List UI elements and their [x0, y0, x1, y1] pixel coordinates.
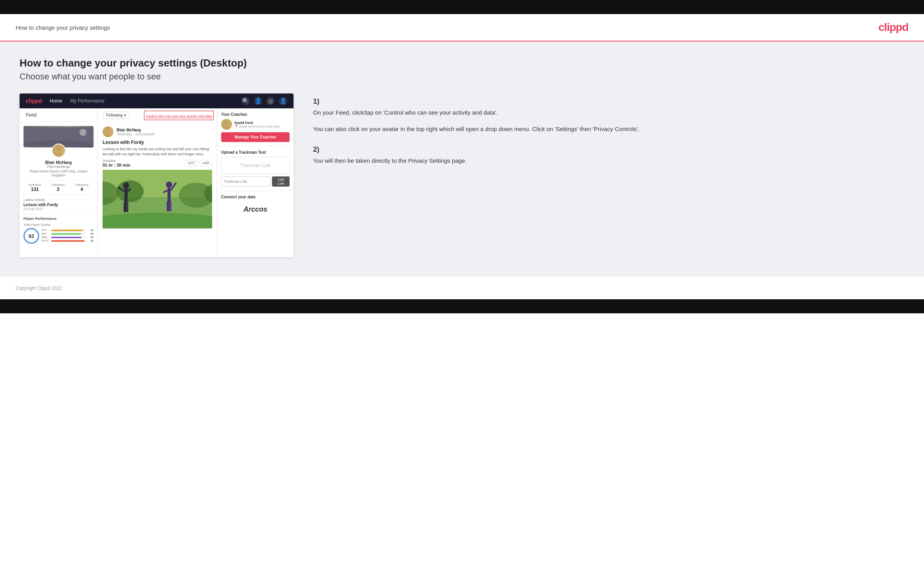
step2-number: 2) [313, 146, 904, 154]
add-link-button[interactable]: Add Link [272, 176, 290, 187]
control-link-wrap: Control who can see your activity and da… [146, 112, 212, 119]
page-heading: How to change your privacy settings (Des… [20, 57, 904, 69]
bar-label: ARG [41, 236, 50, 239]
svg-point-6 [105, 133, 111, 137]
activity-card: Blair McHarg Yesterday · Sunningdale Les… [98, 122, 217, 232]
arccos-logo: Arccos [221, 201, 290, 217]
bar-fill [51, 237, 81, 238]
bar-fill [51, 233, 81, 235]
quality-bars: OTT90APP85ARG86PUTT96 [41, 229, 94, 243]
coaches-title: Your Coaches [221, 112, 290, 117]
app-right-panel: Your Coaches David Ford [217, 108, 294, 257]
tag-row: OTT APP [186, 160, 212, 166]
app-nav-logo: clippd [26, 98, 42, 104]
avatar-icon[interactable]: 👤 [279, 97, 287, 105]
step1-number: 1) [313, 97, 904, 106]
profile-avatar [52, 144, 66, 158]
copyright-text: Copyright Clippd 2022 [16, 286, 62, 291]
top-bar [0, 0, 924, 14]
connect-section: Connect your data Arccos [217, 191, 294, 221]
svg-point-13 [103, 213, 212, 228]
coach-club: 📍 Royal North Devon Golf Club [234, 125, 279, 128]
activity-user-time: Yesterday · Sunningdale [117, 132, 155, 136]
coach-name: David Ford [234, 121, 279, 125]
svg-point-20 [166, 182, 172, 188]
stat-following-label: Following [75, 183, 88, 187]
stat-activities: Activities 131 [29, 183, 41, 192]
instruction-1: 1) On your Feed, click/tap on 'Control w… [313, 97, 904, 134]
stat-following: Following 4 [75, 183, 88, 192]
svg-rect-18 [124, 202, 126, 212]
coach-item: David Ford 📍 Royal North Devon Golf Club [221, 119, 290, 130]
quality-bar-row: ARG86 [41, 236, 94, 239]
app-mockup: clippd Home My Performance 🔍 👤 ◎ 👤 Feed [20, 93, 294, 257]
svg-point-26 [225, 121, 229, 125]
latest-activity-date: 03 Aug 2022 [23, 207, 94, 211]
chevron-down-icon: ▾ [124, 113, 126, 117]
duration-value: 01 hr : 30 min [103, 163, 130, 167]
bar-value: 96 [87, 239, 94, 242]
coach-club-text: Royal North Devon Golf Club [239, 125, 279, 128]
profile-name: Blair McHarg [23, 160, 94, 165]
svg-point-27 [223, 126, 230, 129]
svg-rect-19 [126, 202, 128, 212]
feed-header: Following ▾ Control who can see your act… [98, 108, 217, 122]
trackman-input[interactable] [221, 176, 270, 187]
step2-text: You will then be taken directly to the P… [313, 156, 904, 165]
profile-card: Blair McHarg Plus Handicap Royal North D… [20, 122, 97, 248]
manage-coaches-button[interactable]: Manage Your Coaches [221, 132, 290, 142]
quality-row: 92 OTT90APP85ARG86PUTT96 [23, 228, 94, 244]
bottom-bar [0, 299, 924, 313]
tag-app: APP [200, 160, 212, 166]
quality-bar-row: PUTT96 [41, 239, 94, 242]
coach-info: David Ford 📍 Royal North Devon Golf Club [234, 121, 279, 128]
step1-extra: You can also click on your avatar in the… [313, 124, 904, 134]
profile-club: Royal North Devon Golf Club, United King… [23, 169, 94, 177]
header-title: How to change your privacy settings [16, 24, 110, 31]
activity-avatar [103, 126, 113, 137]
feed-tab[interactable]: Feed [20, 108, 97, 122]
bar-label: PUTT [41, 239, 50, 242]
bar-track [51, 230, 86, 231]
duration-info: Duration 01 hr : 30 min [103, 159, 130, 167]
instructions-panel: 1) On your Feed, click/tap on 'Control w… [305, 93, 904, 177]
stat-followers-label: Followers [51, 183, 65, 187]
profile-stats: Activities 131 Followers 3 Following 4 [23, 180, 94, 195]
search-icon[interactable]: 🔍 [241, 97, 250, 105]
duration-row: Duration 01 hr : 30 min OTT APP [103, 159, 212, 167]
coaches-section: Your Coaches David Ford [217, 108, 294, 146]
stat-activities-label: Activities [29, 183, 41, 187]
following-label: Following [106, 113, 122, 117]
app-nav: clippd Home My Performance 🔍 👤 ◎ 👤 [20, 93, 294, 108]
control-privacy-link[interactable]: Control who can see your activity and da… [146, 114, 212, 118]
coach-avatar [221, 119, 232, 130]
quality-label: Total Player Quality [23, 223, 94, 226]
app-feed: Following ▾ Control who can see your act… [98, 108, 217, 257]
bar-label: OTT [41, 229, 50, 232]
svg-point-3 [56, 147, 61, 151]
nav-home[interactable]: Home [50, 98, 62, 104]
activity-user-name: Blair McHarg [117, 128, 155, 132]
following-button[interactable]: Following ▾ [103, 111, 130, 119]
svg-point-10 [116, 180, 144, 202]
footer: Copyright Clippd 2022 [0, 277, 924, 299]
svg-rect-24 [167, 201, 169, 211]
profile-icon[interactable]: 👤 [254, 97, 262, 105]
header: How to change your privacy settings clip… [0, 14, 924, 41]
bar-track [51, 237, 86, 238]
nav-my-performance[interactable]: My Performance [70, 98, 104, 104]
trackman-input-row: Add Link [221, 176, 290, 187]
instruction-2: 2) You will then be taken directly to th… [313, 146, 904, 165]
activity-image [103, 170, 212, 228]
svg-rect-25 [169, 201, 171, 211]
player-performance: Player Performance Total Player Quality … [23, 214, 94, 244]
location-icon[interactable]: ◎ [266, 97, 275, 105]
quality-bar-row: OTT90 [41, 229, 94, 232]
activity-desc: Looking to feel like my hands are exitin… [103, 147, 212, 156]
location-icon: 📍 [234, 125, 238, 128]
quality-circle: 92 [23, 228, 39, 244]
quality-bar-row: APP85 [41, 232, 94, 235]
stat-followers-value: 3 [51, 187, 65, 192]
content-row: clippd Home My Performance 🔍 👤 ◎ 👤 Feed [20, 93, 904, 257]
bar-value: 85 [87, 232, 94, 235]
